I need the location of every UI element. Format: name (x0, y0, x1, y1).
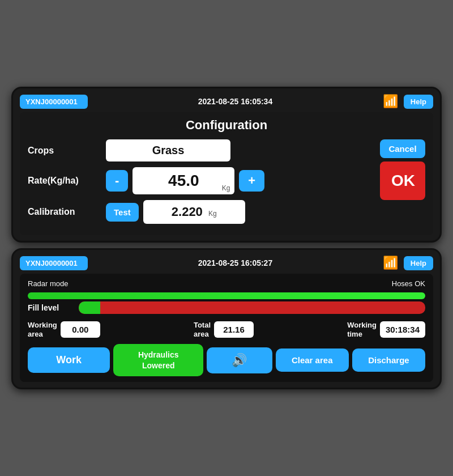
stats-row: Workingarea 0.00 Totalarea 21.16 Working… (28, 321, 425, 338)
discharge-button[interactable]: Discharge (352, 348, 425, 372)
ok-cancel-column: Cancel OK (380, 139, 425, 200)
working-time-value: 30:18:34 (380, 321, 425, 338)
top-datetime: 2021-08-25 16:05:34 (198, 97, 273, 106)
rate-unit: Kg (222, 184, 230, 192)
green-progress-bar (28, 292, 425, 299)
bottom-device: YXNJ00000001 2021-08-25 16:05:27 📶 Help … (11, 248, 442, 389)
clear-area-button[interactable]: Clear area (276, 348, 349, 372)
fill-level-bar (79, 301, 425, 314)
bottom-device-id: YXNJ00000001 (20, 256, 88, 270)
top-header-right: 📶 Help (383, 94, 433, 109)
bottom-screen: Radar mode Hoses OK Fill level Workingar… (20, 274, 433, 382)
calib-unit: Kg (208, 210, 217, 218)
crops-row: Crops Grass (28, 139, 375, 162)
calibration-label: Calibration (28, 207, 101, 217)
crops-label: Crops (28, 146, 101, 156)
total-area-label: Totalarea (194, 321, 211, 338)
action-buttons-row: Work HydraulicsLowered 🔊 Clear area Disc… (28, 344, 425, 376)
ok-button[interactable]: OK (380, 162, 425, 200)
working-area-label: Workingarea (28, 321, 57, 338)
green-bar-row (28, 292, 425, 299)
fill-level-label: Fill level (28, 303, 73, 312)
work-button[interactable]: Work (28, 347, 110, 373)
bottom-header-right: 📶 Help (383, 256, 433, 270)
crops-value[interactable]: Grass (106, 139, 230, 162)
top-screen: Configuration Crops Grass Rate(Kg/ha) - … (20, 112, 433, 235)
fill-level-green-segment (79, 301, 100, 314)
total-area-item: Totalarea 21.16 (194, 321, 254, 338)
top-wifi-icon: 📶 (383, 94, 398, 109)
top-header: YXNJ00000001 2021-08-25 16:05:34 📶 Help (20, 94, 433, 109)
working-time-label: Workingtime (347, 321, 377, 338)
bottom-header: YXNJ00000001 2021-08-25 16:05:27 📶 Help (20, 256, 433, 270)
test-button[interactable]: Test (106, 203, 139, 222)
hoses-status: Hoses OK (392, 279, 425, 288)
rate-label: Rate(Kg/ha) (28, 176, 101, 186)
working-area-value: 0.00 (61, 321, 100, 338)
cancel-button[interactable]: Cancel (380, 139, 425, 158)
fill-level-row: Fill level (28, 301, 425, 314)
calibration-row: Calibration Test 2.220 Kg (28, 200, 375, 224)
top-device: YXNJ00000001 2021-08-25 16:05:34 📶 Help … (11, 87, 442, 243)
radar-mode-status: Radar mode (28, 279, 69, 288)
bottom-datetime: 2021-08-25 16:05:27 (198, 258, 273, 267)
rate-row: Rate(Kg/ha) - 45.0 Kg + (28, 167, 375, 194)
working-time-item: Workingtime 30:18:34 (347, 321, 425, 338)
working-area-item: Workingarea 0.00 (28, 321, 100, 338)
rate-plus-button[interactable]: + (239, 170, 264, 192)
bottom-help-button[interactable]: Help (404, 256, 433, 270)
top-help-button[interactable]: Help (404, 95, 433, 109)
hydraulics-button[interactable]: HydraulicsLowered (113, 344, 203, 376)
status-row: Radar mode Hoses OK (28, 279, 425, 288)
calib-value[interactable]: 2.220 Kg (143, 200, 245, 224)
sound-button[interactable]: 🔊 (207, 347, 272, 373)
rate-value[interactable]: 45.0 Kg (133, 167, 234, 194)
total-area-value: 21.16 (214, 321, 254, 338)
top-device-id: YXNJ00000001 (20, 95, 88, 109)
config-title: Configuration (28, 118, 425, 133)
bottom-wifi-icon: 📶 (383, 256, 398, 270)
rate-minus-button[interactable]: - (106, 170, 128, 192)
